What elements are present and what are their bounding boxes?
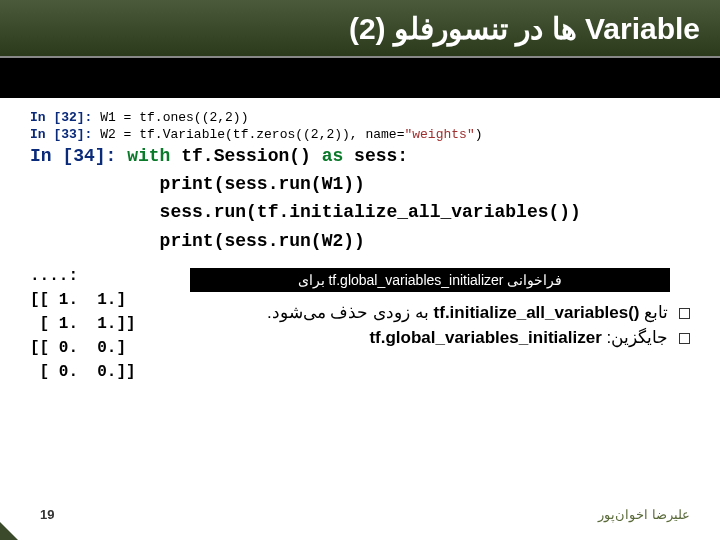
code-string: "weights" [404,127,474,142]
code-line-5: sess.run(tf.initialize_all_variables()) [30,200,690,225]
code-line-6: print(sess.run(W2)) [30,229,690,254]
corner-decoration [0,522,18,540]
code-text: sess: [343,146,408,166]
code-line-2: In [33]: W2 = tf.Variable(tf.zeros((2,2)… [30,127,690,142]
black-strip [0,58,720,98]
note-1: تابع tf.initialize_all_variables() به زو… [200,302,690,323]
code-line-3: In [34]: with tf.Session() as sess: [30,144,690,169]
code-line-4: print(sess.run(W1)) [30,172,690,197]
keyword: as [322,146,344,166]
note-2: جایگزین: tf.global_variables_initializer [200,327,690,348]
page-number: 19 [40,507,54,522]
code-text: tf.Session() [170,146,321,166]
note-code: tf.initialize_all_variables() [434,303,640,322]
output-block: ....: [[ 1. 1.] [ 1. 1.]] [[ 0. 0.] [ 0.… [30,264,136,384]
code-line-1: In [32]: W1 = tf.ones((2,2)) [30,110,690,125]
page-title: Variable ها در تنسورفلو (2) [349,11,700,46]
code-text: W1 = tf.ones((2,2)) [100,110,248,125]
note-text: به زودی حذف می‌شود. [267,303,434,322]
note-text: تابع [640,303,669,322]
bullet-icon [679,333,690,344]
author-name: علیرضا اخوان‌پور [598,507,690,522]
title-bar: Variable ها در تنسورفلو (2) [0,0,720,58]
code-text: ) [475,127,483,142]
callout-box: فراخوانی tf.global_variables_initializer… [190,268,670,292]
keyword: with [127,146,170,166]
content-area: In [32]: W1 = tf.ones((2,2)) In [33]: W2… [0,98,720,254]
in-prompt: In [32]: [30,110,100,125]
notes-block: تابع tf.initialize_all_variables() به زو… [200,302,690,352]
in-prompt: In [33]: [30,127,100,142]
bullet-icon [679,308,690,319]
in-prompt: In [34]: [30,146,127,166]
note-code: tf.global_variables_initializer [369,328,601,347]
code-text: W2 = tf.Variable(tf.zeros((2,2)), name= [100,127,404,142]
note-text: جایگزین: [602,328,668,347]
